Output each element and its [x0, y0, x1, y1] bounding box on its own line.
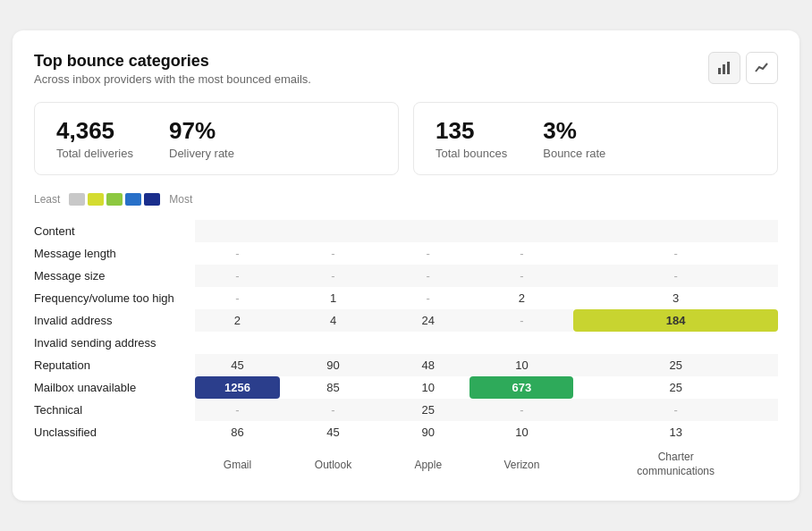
data-cell: 90	[280, 354, 386, 376]
data-cell	[386, 220, 469, 242]
main-card: Top bounce categories Across inbox provi…	[13, 30, 799, 500]
data-cell: -	[573, 242, 778, 265]
svg-rect-2	[727, 62, 730, 74]
data-cell: 25	[386, 399, 469, 421]
data-cell	[573, 332, 778, 354]
data-cell: -	[195, 287, 280, 309]
total-deliveries-value: 4,365	[56, 117, 133, 145]
apple-label: Apple	[386, 443, 469, 478]
data-cell: 45	[195, 354, 280, 376]
data-cell: -	[386, 287, 469, 309]
table-row: Reputation 45 90 48 10 25	[34, 354, 778, 376]
outlook-label: Outlook	[280, 443, 386, 478]
total-deliveries-label: Total deliveries	[56, 147, 133, 160]
data-cell: -	[469, 265, 573, 287]
heatmap-legend: Least Most	[34, 193, 778, 206]
swatch-4	[125, 193, 141, 206]
swatch-2	[88, 193, 104, 206]
data-cell: 10	[386, 376, 469, 399]
data-cell-highlight: 673	[469, 376, 573, 399]
category-cell: Technical	[34, 399, 195, 421]
line-chart-icon	[755, 61, 769, 75]
bounce-rate-label: Bounce rate	[543, 147, 605, 160]
chart-type-buttons	[708, 52, 778, 84]
bounce-rate-stat: 3% Bounce rate	[543, 117, 605, 160]
total-deliveries-stat: 4,365 Total deliveries	[56, 117, 133, 160]
data-cell: -	[386, 265, 469, 287]
data-cell-highlight: 1256	[195, 376, 280, 399]
swatch-3	[106, 193, 123, 206]
header-text: Top bounce categories Across inbox provi…	[34, 52, 311, 86]
swatch-5	[144, 193, 160, 206]
bar-chart-icon	[717, 61, 732, 75]
table-row: Frequency/volume too high - 1 - 2 3	[34, 287, 778, 309]
stats-row: 4,365 Total deliveries 97% Delivery rate…	[34, 102, 778, 175]
data-cell: -	[469, 242, 573, 265]
table-row: Message size - - - - -	[34, 265, 778, 287]
data-cell: 10	[469, 354, 573, 376]
card-header: Top bounce categories Across inbox provi…	[34, 52, 778, 86]
data-cell: 86	[195, 421, 280, 443]
data-cell: -	[195, 242, 280, 265]
data-cell: -	[195, 265, 280, 287]
data-cell: 4	[280, 309, 386, 332]
swatch-1	[69, 193, 85, 206]
table-row: Content	[34, 220, 778, 242]
data-cell: -	[469, 399, 573, 421]
total-bounces-stat: 135 Total bounces	[436, 117, 507, 160]
data-cell	[469, 220, 573, 242]
data-cell: 45	[280, 421, 386, 443]
delivery-rate-value: 97%	[169, 117, 234, 145]
bounce-categories-table: Content Message length - - - - - Messag	[34, 220, 778, 478]
data-cell: -	[469, 309, 573, 332]
data-cell: 3	[573, 287, 778, 309]
data-cell: 13	[573, 421, 778, 443]
data-cell: 2	[469, 287, 573, 309]
footer-empty	[34, 443, 195, 478]
data-cell	[195, 332, 280, 354]
data-cell: -	[573, 399, 778, 421]
data-cell: -	[280, 242, 386, 265]
legend-least-label: Least	[34, 193, 60, 206]
data-cell: 2	[195, 309, 280, 332]
line-chart-button[interactable]	[746, 52, 778, 84]
data-cell	[280, 332, 386, 354]
data-cell: -	[573, 265, 778, 287]
table-row: Unclassified 86 45 90 10 13	[34, 421, 778, 443]
total-bounces-label: Total bounces	[436, 147, 507, 160]
deliveries-stat-card: 4,365 Total deliveries 97% Delivery rate	[34, 102, 399, 175]
data-cell: 48	[386, 354, 469, 376]
delivery-rate-stat: 97% Delivery rate	[169, 117, 234, 160]
data-cell: -	[280, 265, 386, 287]
data-cell	[573, 220, 778, 242]
table-row: Message length - - - - -	[34, 242, 778, 265]
data-cell: 25	[573, 376, 778, 399]
bar-chart-button[interactable]	[708, 52, 740, 84]
table-row: Invalid sending address	[34, 332, 778, 354]
data-cell: 1	[280, 287, 386, 309]
category-cell: Invalid sending address	[34, 332, 195, 354]
category-cell: Frequency/volume too high	[34, 287, 195, 309]
table-footer-row: Gmail Outlook Apple Verizon Chartercommu…	[34, 443, 778, 478]
legend-most-label: Most	[169, 193, 192, 206]
verizon-label: Verizon	[469, 443, 573, 478]
charter-label: Chartercommunications	[573, 443, 778, 478]
category-cell: Message size	[34, 265, 195, 287]
data-cell: -	[195, 399, 280, 421]
data-cell: 90	[386, 421, 469, 443]
data-cell	[195, 220, 280, 242]
data-cell: 25	[573, 354, 778, 376]
legend-swatches	[69, 193, 160, 206]
data-cell: 24	[386, 309, 469, 332]
bounce-rate-value: 3%	[543, 117, 605, 145]
data-cell: -	[280, 399, 386, 421]
data-cell	[469, 332, 573, 354]
data-cell: 10	[469, 421, 573, 443]
category-cell: Invalid address	[34, 309, 195, 332]
data-cell-highlight: 184	[573, 309, 778, 332]
category-cell: Mailbox unavailable	[34, 376, 195, 399]
category-cell: Message length	[34, 242, 195, 265]
table-row: Technical - - 25 - -	[34, 399, 778, 421]
gmail-label: Gmail	[195, 443, 280, 478]
data-cell: -	[386, 242, 469, 265]
